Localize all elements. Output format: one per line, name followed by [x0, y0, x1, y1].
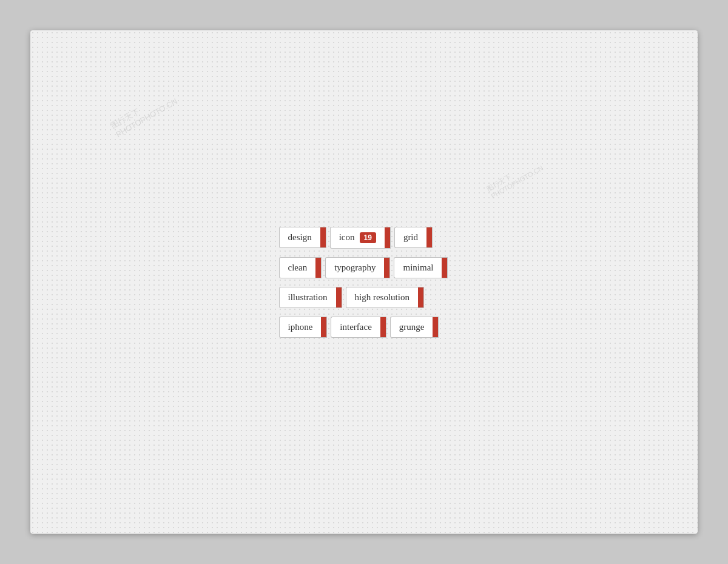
tag-wrapper-tag-interface[interactable]: interface: [331, 317, 386, 338]
tag-wrapper-tag-clean[interactable]: clean: [279, 257, 322, 278]
tag-grunge-serration: [433, 317, 439, 338]
tag-clean-label: clean: [288, 263, 308, 273]
tag-icon-badge: 19: [360, 232, 376, 243]
tag-grid-serration: [426, 227, 433, 248]
tag-grid-label: grid: [403, 232, 418, 243]
tag-iphone-serration: [321, 317, 327, 338]
tag-design[interactable]: design: [279, 227, 320, 248]
tag-typography-label: typography: [334, 263, 376, 273]
tags-container: designicon19gridcleantypographyminimalil…: [279, 227, 450, 338]
tag-typography[interactable]: typography: [325, 257, 384, 278]
tag-row-1: designicon19grid: [279, 227, 434, 249]
tag-design-serration: [320, 227, 326, 248]
tag-wrapper-tag-icon[interactable]: icon19: [330, 227, 391, 249]
tag-illustration-serration: [336, 287, 342, 308]
tag-typography-serration: [384, 257, 390, 278]
watermark-text-1: 图行天下PHOTOPHOTO.CN: [109, 87, 179, 139]
tag-row-2: cleantypographyminimal: [279, 257, 450, 278]
tag-row-3: illustrationhigh resolution: [279, 287, 425, 308]
tag-row-4: iphoneinterfacegrunge: [279, 317, 440, 338]
tag-clean[interactable]: clean: [279, 257, 316, 278]
tag-minimal-label: minimal: [403, 263, 433, 273]
tag-clean-serration: [315, 257, 322, 278]
tag-iphone[interactable]: iphone: [279, 317, 322, 338]
tag-minimal[interactable]: minimal: [394, 257, 442, 278]
tag-wrapper-tag-grid[interactable]: grid: [394, 227, 433, 248]
tag-high-resolution[interactable]: high resolution: [346, 287, 418, 308]
tag-interface[interactable]: interface: [331, 317, 380, 338]
tag-iphone-label: iphone: [288, 322, 313, 332]
tag-high-resolution-serration: [418, 287, 424, 308]
tag-grunge-label: grunge: [399, 322, 425, 332]
tag-wrapper-tag-iphone[interactable]: iphone: [279, 317, 328, 338]
tag-icon[interactable]: icon19: [330, 227, 385, 249]
tag-icon-label: icon: [339, 232, 355, 243]
tag-high-resolution-label: high resolution: [355, 292, 410, 303]
tag-minimal-serration: [442, 257, 448, 278]
tag-wrapper-tag-design[interactable]: design: [279, 227, 326, 248]
tag-interface-serration: [380, 317, 386, 338]
tag-grunge[interactable]: grunge: [390, 317, 433, 338]
tag-wrapper-tag-grunge[interactable]: grunge: [390, 317, 439, 338]
main-card: 图行天下PHOTOPHOTO.CN 图行天下PHOTOPHOTO.CN desi…: [30, 30, 698, 534]
tag-wrapper-tag-illustration[interactable]: illustration: [279, 287, 342, 308]
tag-grid[interactable]: grid: [394, 227, 426, 248]
tag-illustration-label: illustration: [288, 292, 328, 303]
tag-illustration[interactable]: illustration: [279, 287, 336, 308]
tag-interface-label: interface: [340, 322, 371, 332]
tag-wrapper-tag-minimal[interactable]: minimal: [394, 257, 448, 278]
tag-icon-serration: [385, 227, 391, 249]
tag-wrapper-tag-high-resolution[interactable]: high resolution: [346, 287, 424, 308]
watermark-text-2: 图行天下PHOTOPHOTO.CN: [485, 156, 544, 200]
tag-design-label: design: [288, 232, 312, 243]
tag-wrapper-tag-typography[interactable]: typography: [325, 257, 390, 278]
